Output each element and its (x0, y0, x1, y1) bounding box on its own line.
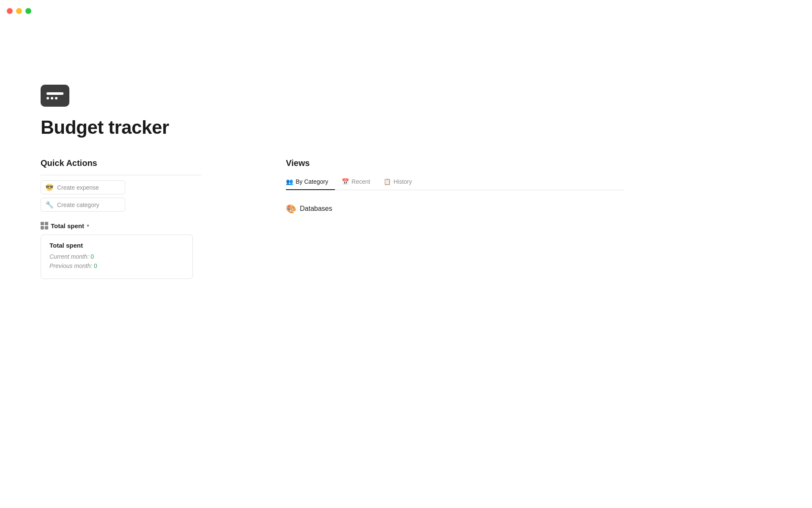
tab-history-label: History (393, 178, 412, 185)
tab-recent-label: Recent (351, 178, 370, 185)
icon-dots (47, 97, 58, 99)
total-spent-header[interactable]: Total spent ▾ (41, 222, 201, 229)
current-month-label: Current month: (49, 253, 89, 260)
previous-month-value: 0 (94, 262, 97, 269)
create-expense-button[interactable]: 😎 Create expense (41, 180, 125, 194)
quick-actions-divider (41, 175, 201, 175)
databases-emoji: 🎨 (286, 204, 296, 214)
app-icon (41, 85, 69, 107)
icon-dot-1 (47, 97, 49, 99)
close-button[interactable] (7, 8, 13, 14)
create-category-label: Create category (57, 202, 99, 208)
create-expense-emoji: 😎 (45, 183, 54, 191)
quick-actions-section: Quick Actions 😎 Create expense 🔧 Create … (41, 158, 201, 279)
icon-bar-long (47, 92, 63, 95)
main-content: Budget tracker Quick Actions 😎 Create ex… (0, 0, 812, 279)
grid-icon (41, 222, 48, 229)
card-title: Total spent (49, 242, 184, 249)
views-section: Views 👥 By Category 📅 Recent 📋 History (286, 158, 624, 214)
previous-month-row: Previous month: 0 (49, 262, 184, 269)
history-icon: 📋 (384, 178, 391, 185)
maximize-button[interactable] (25, 8, 31, 14)
grid-cell-2 (45, 222, 48, 225)
page-title: Budget tracker (41, 117, 812, 138)
tab-recent[interactable]: 📅 Recent (342, 175, 377, 190)
total-spent-card: Total spent Current month: 0 Previous mo… (41, 235, 193, 279)
databases-label: Databases (300, 205, 332, 213)
quick-actions-title: Quick Actions (41, 158, 201, 168)
grid-cell-3 (41, 226, 44, 229)
chevron-down-icon: ▾ (87, 223, 89, 229)
create-category-button[interactable]: 🔧 Create category (41, 198, 125, 212)
total-spent-label: Total spent (51, 222, 84, 229)
minimize-button[interactable] (16, 8, 22, 14)
create-category-emoji: 🔧 (45, 201, 54, 209)
icon-dot-2 (51, 97, 53, 99)
tab-history[interactable]: 📋 History (384, 175, 419, 190)
two-col-layout: Quick Actions 😎 Create expense 🔧 Create … (41, 158, 812, 279)
icon-dot-3 (55, 97, 58, 99)
views-tabs: 👥 By Category 📅 Recent 📋 History (286, 175, 624, 190)
current-month-value: 0 (91, 253, 94, 260)
tab-by-category[interactable]: 👥 By Category (286, 175, 335, 190)
recent-icon: 📅 (342, 178, 349, 185)
previous-month-label: Previous month: (49, 262, 92, 269)
create-expense-label: Create expense (57, 184, 99, 191)
grid-cell-4 (45, 226, 48, 229)
current-month-row: Current month: 0 (49, 253, 184, 260)
app-icon-inner (45, 91, 65, 101)
by-category-icon: 👥 (286, 178, 293, 185)
titlebar (0, 0, 812, 22)
tab-by-category-label: By Category (296, 178, 328, 185)
databases-row[interactable]: 🎨 Databases (286, 204, 624, 214)
grid-cell-1 (41, 222, 44, 225)
views-title: Views (286, 158, 624, 168)
